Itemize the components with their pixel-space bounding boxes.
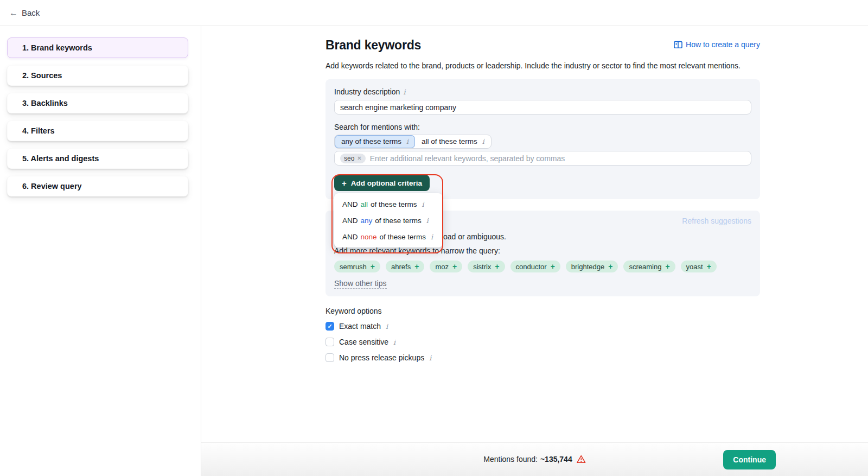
menu-item-prefix: AND (342, 200, 358, 208)
chip-label: yoast (686, 263, 703, 271)
case-sensitive-label: Case sensitive (339, 338, 388, 346)
warning-icon[interactable] (577, 455, 586, 464)
info-icon[interactable]: i (431, 233, 433, 241)
info-icon[interactable]: i (386, 322, 388, 331)
add-keyword-icon: + (452, 262, 457, 271)
option-row-no-press-release: No press release pickups i (326, 353, 760, 363)
continue-button[interactable]: Continue (723, 450, 776, 469)
industry-description-label: Industry description (334, 87, 400, 96)
info-icon[interactable]: i (406, 137, 409, 145)
sidebar-item-review-query[interactable]: 6. Review query (7, 176, 188, 196)
info-icon[interactable]: i (426, 217, 429, 225)
tab-any-label: any of these terms (341, 137, 401, 145)
add-keyword-icon: + (551, 262, 555, 271)
suggested-keyword-moz[interactable]: moz+ (430, 261, 462, 272)
keywords-form-panel: Industry description i search engine mar… (326, 79, 760, 199)
info-icon[interactable]: i (393, 338, 395, 346)
help-link-label: How to create a query (686, 40, 760, 49)
keywords-input[interactable]: seo ✕ Enter additional relevant keywords… (334, 151, 751, 166)
info-icon[interactable]: i (429, 354, 431, 362)
mentions-found-label: Mentions found: (483, 455, 538, 464)
keyword-tag-seo[interactable]: seo ✕ (340, 154, 366, 163)
suggested-keyword-screaming[interactable]: screaming+ (623, 261, 675, 272)
menu-item-word: none (361, 233, 377, 241)
refresh-suggestions-link[interactable]: Refresh suggestions (682, 217, 751, 225)
menu-item-and-any-of-these-terms[interactable]: AND any of these terms i (334, 212, 443, 229)
exact-match-checkbox[interactable]: ✓ (326, 322, 334, 331)
suggested-keyword-yoast[interactable]: yoast+ (681, 261, 717, 272)
menu-item-rest: of these terms (375, 217, 422, 225)
steps-sidebar: 1. Brand keywords 2. Sources 3. Backlink… (0, 26, 201, 476)
add-keyword-icon: + (414, 262, 419, 271)
case-sensitive-checkbox[interactable] (326, 338, 334, 346)
add-keyword-icon: + (608, 262, 612, 271)
keyword-tag-label: seo (344, 155, 354, 162)
narrow-query-label: Add more relevant keywords to narrow the… (334, 246, 500, 255)
add-keyword-icon: + (707, 262, 711, 271)
add-optional-criteria-button[interactable]: + Add optional criteria (334, 175, 430, 191)
suggestion-text-fragment: oad or ambiguous. (443, 232, 506, 241)
menu-item-prefix: AND (342, 217, 358, 225)
keyword-options-title: Keyword options (326, 307, 760, 315)
suggested-keyword-brightedge[interactable]: brightedge+ (566, 261, 618, 272)
help-link[interactable]: How to create a query (674, 40, 760, 49)
page-description: Add keywords related to the brand, produ… (326, 60, 760, 71)
footer-bar: Mentions found: ~135,744 Continue (201, 442, 868, 476)
mentions-found: Mentions found: ~135,744 (483, 455, 585, 464)
sidebar-item-sources[interactable]: 2. Sources (7, 65, 188, 86)
plus-icon: + (342, 179, 347, 188)
back-button[interactable]: ← Back (9, 8, 40, 17)
info-icon[interactable]: i (482, 137, 484, 145)
match-type-tabs: any of these terms i all of these terms … (334, 135, 492, 149)
menu-item-word: any (361, 217, 373, 225)
sidebar-item-filters[interactable]: 4. Filters (7, 120, 188, 141)
suggested-keyword-ahrefs[interactable]: ahrefs+ (386, 261, 424, 272)
option-row-exact-match: ✓ Exact match i (326, 321, 760, 331)
menu-item-and-none-of-these-terms[interactable]: AND none of these terms i (334, 229, 443, 245)
suggested-keyword-semrush[interactable]: semrush+ (334, 261, 380, 272)
sidebar-item-alerts-and-digests[interactable]: 5. Alerts and digests (7, 148, 188, 169)
back-arrow-icon: ← (9, 9, 18, 17)
search-mentions-label: Search for mentions with: (334, 123, 420, 131)
back-label: Back (22, 8, 40, 17)
add-keyword-icon: + (495, 262, 499, 271)
chip-label: moz (435, 263, 449, 271)
chip-label: ahrefs (391, 263, 411, 271)
keywords-input-placeholder: Enter additional relevant keywords, sepa… (370, 154, 565, 163)
check-icon: ✓ (327, 323, 332, 329)
menu-item-prefix: AND (342, 233, 358, 241)
add-optional-criteria-label: Add optional criteria (351, 179, 422, 187)
book-icon (674, 41, 682, 49)
suggested-keywords-row: semrush+ ahrefs+ moz+ sistrix+ conductor… (334, 261, 717, 272)
show-other-tips-link[interactable]: Show other tips (334, 279, 387, 289)
info-icon[interactable]: i (422, 200, 424, 208)
chip-label: conductor (516, 263, 547, 271)
menu-item-and-all-of-these-terms[interactable]: AND all of these terms i (334, 196, 443, 212)
tab-any-of-these-terms[interactable]: any of these terms i (335, 135, 415, 148)
mentions-count: ~135,744 (540, 455, 572, 464)
option-row-case-sensitive: Case sensitive i (326, 337, 760, 347)
info-icon[interactable]: i (403, 88, 405, 96)
chip-label: screaming (629, 263, 661, 271)
suggested-keyword-conductor[interactable]: conductor+ (510, 261, 560, 272)
chip-label: sistrix (473, 263, 491, 271)
chip-label: brightedge (571, 263, 604, 271)
top-bar: ← Back (0, 0, 868, 26)
industry-description-value: search engine marketing company (340, 103, 456, 112)
add-keyword-icon: + (665, 262, 669, 271)
remove-keyword-icon[interactable]: ✕ (357, 155, 361, 161)
no-press-release-checkbox[interactable] (326, 353, 334, 362)
exact-match-label: Exact match (339, 322, 381, 331)
menu-item-word: all (361, 200, 368, 208)
menu-item-rest: of these terms (380, 233, 426, 241)
chip-label: semrush (340, 263, 367, 271)
sidebar-item-brand-keywords[interactable]: 1. Brand keywords (7, 37, 188, 58)
sidebar-item-backlinks[interactable]: 3. Backlinks (7, 93, 188, 113)
suggested-keyword-sistrix[interactable]: sistrix+ (468, 261, 505, 272)
tab-all-label: all of these terms (422, 137, 477, 145)
add-keyword-icon: + (371, 262, 375, 271)
no-press-release-label: No press release pickups (339, 353, 424, 362)
industry-description-input[interactable]: search engine marketing company (334, 100, 751, 115)
keyword-options-section: Keyword options ✓ Exact match i Case sen… (326, 307, 760, 363)
tab-all-of-these-terms[interactable]: all of these terms i (415, 135, 491, 148)
